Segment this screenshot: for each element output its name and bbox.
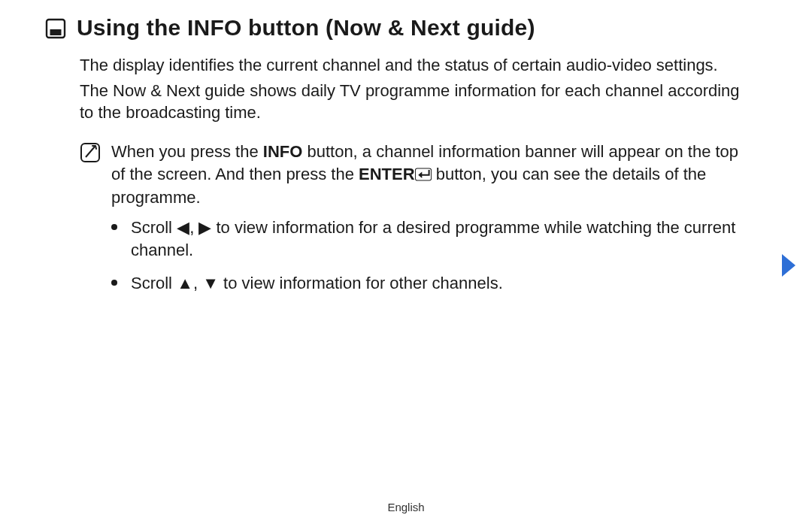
section-marker-icon <box>45 18 66 39</box>
bullet-text-part: Scroll <box>131 218 177 237</box>
page-title: Using the INFO button (Now & Next guide) <box>77 15 535 41</box>
info-key-label: INFO <box>263 142 303 161</box>
list-item: Scroll ◀, ▶ to view information for a de… <box>111 217 744 261</box>
bullet-text-part: to view information for other channels. <box>219 274 503 292</box>
up-arrow-icon: ▲ <box>177 272 193 295</box>
intro-paragraph-2: The Now & Next guide shows daily TV prog… <box>80 80 744 124</box>
bullet-text-part: to view information for a desired progra… <box>131 218 735 259</box>
note-text: When you press the INFO button, a channe… <box>111 141 744 209</box>
bullet-text-part: , <box>193 274 202 292</box>
bullet-text-part: , <box>189 218 198 237</box>
right-arrow-icon: ▶ <box>198 217 211 239</box>
note-icon <box>80 142 101 163</box>
bullet-text-part: Scroll <box>131 274 177 292</box>
next-page-arrow[interactable] <box>779 253 798 278</box>
svg-rect-1 <box>50 29 62 35</box>
note-text-part: When you press the <box>111 142 263 161</box>
down-arrow-icon: ▼ <box>202 272 219 295</box>
enter-arrow-icon <box>415 165 432 187</box>
footer-language: English <box>0 501 812 513</box>
enter-key-label: ENTER <box>359 165 415 183</box>
left-arrow-icon: ◀ <box>177 217 189 239</box>
list-item: Scroll ▲, ▼ to view information for othe… <box>111 272 744 295</box>
intro-paragraph-1: The display identifies the current chann… <box>80 54 744 77</box>
content-body: The display identifies the current chann… <box>0 41 812 294</box>
bullet-list: Scroll ◀, ▶ to view information for a de… <box>80 217 744 294</box>
